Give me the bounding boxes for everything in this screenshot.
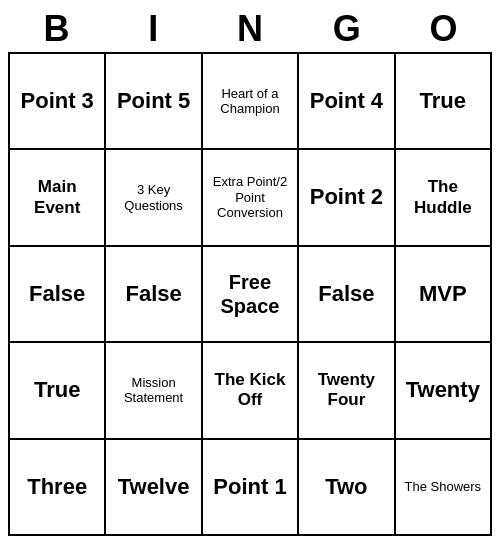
bingo-cell: Point 2 xyxy=(299,150,395,246)
header-letter: B xyxy=(8,8,105,50)
header-letter: O xyxy=(395,8,492,50)
bingo-header: BINGO xyxy=(8,8,492,50)
bingo-cell: Extra Point/2 Point Conversion xyxy=(203,150,299,246)
bingo-cell: Heart of a Champion xyxy=(203,54,299,150)
bingo-cell: Point 1 xyxy=(203,440,299,536)
header-letter: N xyxy=(202,8,299,50)
header-letter: I xyxy=(105,8,202,50)
bingo-cell: The Huddle xyxy=(396,150,492,246)
bingo-cell: Mission Statement xyxy=(106,343,202,439)
bingo-cell: False xyxy=(299,247,395,343)
bingo-cell: True xyxy=(396,54,492,150)
bingo-cell: Three xyxy=(10,440,106,536)
bingo-cell: The Showers xyxy=(396,440,492,536)
bingo-cell: Point 3 xyxy=(10,54,106,150)
bingo-cell: Free Space xyxy=(203,247,299,343)
bingo-cell: Two xyxy=(299,440,395,536)
bingo-cell: The Kick Off xyxy=(203,343,299,439)
bingo-cell: Twenty xyxy=(396,343,492,439)
bingo-cell: False xyxy=(106,247,202,343)
bingo-grid: Point 3Point 5Heart of a ChampionPoint 4… xyxy=(8,52,492,536)
bingo-cell: Point 5 xyxy=(106,54,202,150)
bingo-cell: Twelve xyxy=(106,440,202,536)
bingo-cell: Main Event xyxy=(10,150,106,246)
header-letter: G xyxy=(298,8,395,50)
bingo-cell: 3 Key Questions xyxy=(106,150,202,246)
bingo-cell: MVP xyxy=(396,247,492,343)
bingo-cell: Point 4 xyxy=(299,54,395,150)
bingo-cell: True xyxy=(10,343,106,439)
bingo-cell: False xyxy=(10,247,106,343)
bingo-cell: Twenty Four xyxy=(299,343,395,439)
